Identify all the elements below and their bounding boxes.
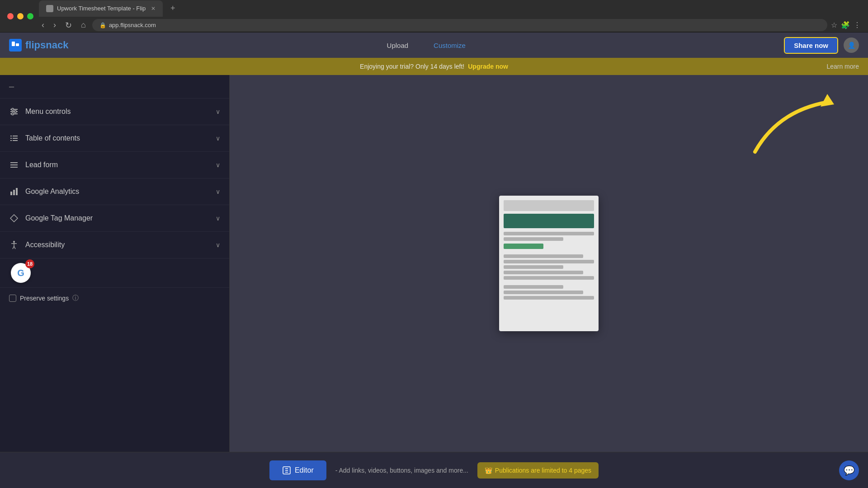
app-header: flipsnack Upload Customize Share now 👤 [0, 33, 868, 58]
google-analytics-chevron: ∨ [216, 188, 220, 195]
doc-line-9 [504, 291, 583, 294]
bottom-bar: Editor - Add links, videos, buttons, ima… [0, 452, 868, 488]
doc-section [499, 254, 599, 280]
tab-favicon [46, 5, 53, 12]
notification-area: G 18 [0, 258, 229, 287]
svg-rect-18 [13, 190, 15, 195]
doc-green-bar [504, 214, 594, 228]
forward-button[interactable]: › [51, 19, 59, 32]
table-of-contents-chevron: ∨ [216, 135, 220, 142]
sidebar-item-accessibility[interactable]: Accessibility ∨ [0, 232, 229, 258]
lock-icon: 🔒 [99, 22, 106, 28]
lead-form-chevron: ∨ [216, 161, 220, 169]
share-now-button[interactable]: Share now [784, 37, 838, 54]
sidebar-item-google-tag-manager[interactable]: Google Tag Manager ∨ [0, 205, 229, 232]
learn-more-link[interactable]: Learn more [826, 63, 859, 70]
close-window-button[interactable] [7, 13, 14, 19]
sidebar-item-table-of-contents[interactable]: Table of contents ∨ [0, 125, 229, 152]
editor-icon [282, 466, 291, 475]
bar-chart-icon [9, 187, 19, 197]
doc-line-8 [504, 285, 563, 289]
doc-line-2 [504, 237, 563, 241]
notification-badge: 18 [25, 259, 34, 268]
accessibility-icon [9, 240, 19, 250]
google-analytics-label: Google Analytics [25, 188, 79, 196]
doc-line-7 [504, 276, 594, 280]
active-tab[interactable]: Upwork Timesheet Template - Flip ✕ [39, 0, 163, 17]
svg-marker-20 [10, 215, 18, 222]
tab-close-button[interactable]: ✕ [151, 5, 156, 12]
back-button[interactable]: ‹ [39, 19, 47, 32]
svg-rect-1 [16, 43, 19, 46]
minimize-window-button[interactable] [17, 13, 24, 19]
trial-message: Enjoying your trial? Only 14 days left! [360, 63, 464, 70]
doc-green-small [504, 244, 543, 249]
svg-rect-0 [12, 42, 15, 46]
chat-button[interactable]: 💬 [839, 460, 859, 480]
doc-line-4 [504, 260, 594, 263]
sidebar-item-left: Menu controls [9, 107, 71, 117]
svg-point-6 [14, 111, 17, 113]
main-layout: – Menu controls ∨ [0, 75, 868, 452]
menu-icon[interactable]: ⋮ [854, 21, 861, 29]
document-preview [499, 196, 599, 331]
sidebar-item-menu-controls[interactable]: Menu controls ∨ [0, 99, 229, 125]
accessibility-chevron: ∨ [216, 241, 220, 249]
svg-point-21 [13, 241, 15, 243]
tab-bar: Upwork Timesheet Template - Flip ✕ + [39, 0, 861, 17]
svg-point-7 [12, 113, 14, 115]
home-button[interactable]: ⌂ [78, 19, 89, 32]
sliders-icon [9, 107, 19, 117]
sidebar-dash: – [0, 75, 229, 99]
chat-icon: 💬 [844, 465, 855, 476]
browser-chrome: Upwork Timesheet Template - Flip ✕ + ‹ ›… [0, 0, 868, 33]
logo[interactable]: flipsnack [9, 39, 68, 52]
menu-controls-chevron: ∨ [216, 108, 220, 115]
trial-banner: Enjoying your trial? Only 14 days left! … [0, 58, 868, 75]
refresh-button[interactable]: ↻ [62, 19, 75, 32]
svg-marker-26 [821, 94, 834, 107]
sidebar-item-google-analytics[interactable]: Google Analytics ∨ [0, 178, 229, 205]
sidebar-item-left: Accessibility [9, 240, 65, 250]
user-avatar[interactable]: 👤 [844, 38, 859, 53]
preserve-settings-label: Preserve settings [20, 295, 69, 302]
upgrade-link[interactable]: Upgrade now [468, 63, 508, 70]
preserve-info-icon[interactable]: ⓘ [72, 294, 79, 302]
publications-label: Publications are limited to 4 pages [495, 467, 591, 474]
diamond-icon [9, 213, 19, 223]
svg-line-25 [14, 246, 15, 249]
upload-nav-item[interactable]: Upload [383, 40, 412, 51]
doc-line-10 [504, 296, 594, 300]
bottom-description: - Add links, videos, buttons, images and… [335, 467, 468, 474]
doc-section-2 [499, 285, 599, 300]
google-tag-manager-chevron: ∨ [216, 215, 220, 222]
svg-line-24 [13, 246, 14, 249]
arrow-annotation [687, 75, 868, 165]
traffic-lights [7, 13, 33, 19]
customize-nav-item[interactable]: Customize [430, 40, 469, 51]
publications-badge[interactable]: 👑 Publications are limited to 4 pages [477, 462, 599, 479]
list-icon [9, 133, 19, 143]
header-right: Share now 👤 [784, 37, 859, 54]
logo-text: flipsnack [25, 39, 68, 51]
extensions-icon[interactable]: 🧩 [841, 21, 850, 29]
svg-rect-17 [10, 192, 12, 195]
accessibility-label: Accessibility [25, 241, 65, 249]
g-notification-icon[interactable]: G 18 [11, 263, 31, 283]
preserve-settings-row: Preserve settings ⓘ [0, 287, 229, 309]
new-tab-button[interactable]: + [166, 2, 179, 15]
maximize-window-button[interactable] [27, 13, 33, 19]
header-nav: Upload Customize [77, 40, 775, 51]
bookmark-icon[interactable]: ☆ [831, 21, 837, 29]
canvas-area [230, 75, 868, 452]
form-icon [9, 160, 19, 170]
address-bar[interactable]: 🔒 app.flipsnack.com [92, 19, 827, 31]
doc-header-bar [504, 200, 594, 211]
sidebar-item-left: Google Tag Manager [9, 213, 93, 223]
editor-button[interactable]: Editor [269, 460, 326, 480]
sidebar-item-left: Table of contents [9, 133, 80, 143]
doc-line-1 [504, 232, 594, 235]
browser-actions: ☆ 🧩 ⋮ [831, 21, 861, 29]
preserve-settings-checkbox[interactable] [9, 295, 16, 302]
sidebar-item-lead-form[interactable]: Lead form ∨ [0, 152, 229, 178]
